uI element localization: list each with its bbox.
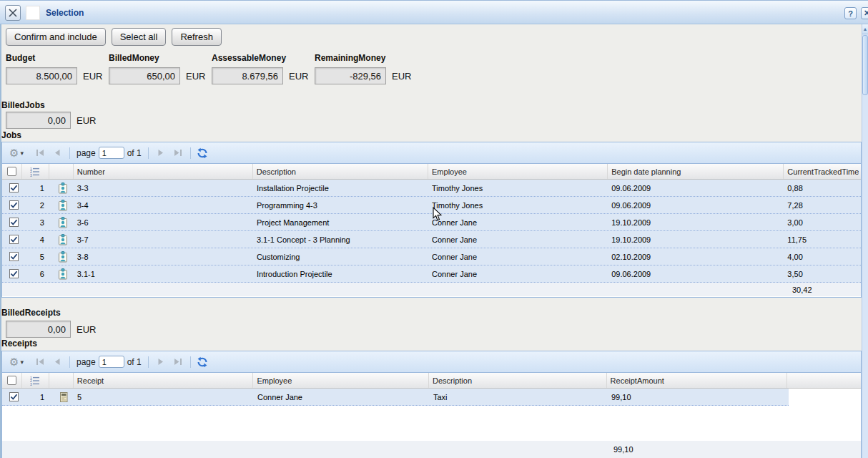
edge-close-button[interactable]: ✕ [861,7,868,19]
receipts-page-input[interactable] [99,356,124,368]
job-type-icon-cell [49,197,74,213]
billed-receipts-field [6,321,71,338]
column-header-begin-date[interactable]: Begin date planning [608,164,784,179]
column-header-employee[interactable]: Employee [253,373,429,388]
refresh-button[interactable]: Refresh [172,28,222,46]
job-type-icon-cell [49,248,74,265]
last-page-icon [174,149,182,157]
row-checkbox[interactable] [2,214,22,230]
table-row[interactable]: 43-73.1-1 Concept - 3 PlanningConner Jan… [2,231,861,248]
column-header-description[interactable]: Description [429,373,607,388]
employee-badge-icon [57,234,69,245]
grid-refresh-button[interactable] [194,354,210,370]
job-number: 3-6 [74,214,253,230]
scrollbar-thumb[interactable] [862,35,868,95]
employee-badge-icon [57,268,69,280]
select-all-button[interactable]: Select all [112,28,167,46]
table-row[interactable]: 53-8CustomizingConner Jane02.10.20094,00 [2,248,861,265]
last-page-button[interactable] [169,355,187,369]
budget-field [6,67,77,84]
chevron-down-icon: ▾ [20,150,24,157]
job-description: Project Management [253,214,428,230]
jobs-page-input[interactable] [99,147,124,159]
row-number-column-header[interactable]: 123 [22,164,49,179]
table-row[interactable]: 63.1-1Introduction ProjectileConner Jane… [2,265,861,283]
row-checkbox[interactable] [2,389,22,405]
column-header-number[interactable]: Number [74,164,253,179]
prev-page-button[interactable] [49,355,66,369]
first-page-icon [36,149,44,157]
row-checkbox[interactable] [2,231,22,248]
job-tracked-time: 11,75 [784,231,861,248]
table-row[interactable]: 23-4Programming 4-3Timothy Jones09.06.20… [2,197,861,214]
job-employee: Timothy Jones [428,197,608,213]
last-page-icon [174,358,182,366]
job-description: Installation Projectile [253,180,428,196]
currency-label: EUR [186,71,205,82]
receipt-description: Taxi [430,389,608,405]
prev-page-button[interactable] [49,146,66,160]
scroll-up-icon: ▲ [863,26,868,31]
row-checkbox[interactable] [2,248,22,265]
icon-column-header[interactable] [49,164,74,179]
receipts-grid-header: 123 Receipt Employee Description Receipt… [2,373,861,389]
column-header-receipt-amount[interactable]: ReceiptAmount [607,373,788,388]
jobs-grid-body: 13-3Installation ProjectileTimothy Jones… [2,180,861,283]
job-employee: Conner Jane [428,265,608,282]
currency-label: EUR [83,71,102,82]
chevron-down-icon: ▾ [20,359,24,366]
employee-badge-icon [57,251,69,263]
icon-column-header[interactable] [49,373,74,388]
column-header-receipt[interactable]: Receipt [74,373,254,388]
scroll-up-button[interactable]: ▲ [862,24,868,34]
job-tracked-time: 3,50 [784,265,861,282]
gear-icon: ⚙ [9,147,19,158]
confirm-and-include-button[interactable]: Confirm and include [6,28,106,46]
close-button[interactable] [5,5,21,21]
job-employee: Conner Jane [428,214,608,230]
employee-badge-icon [57,200,69,211]
job-employee: Conner Jane [428,248,608,265]
checked-checkbox-icon [9,392,19,401]
row-checkbox[interactable] [2,197,22,213]
table-row[interactable]: 15Conner JaneTaxi99,10 [2,389,861,406]
job-description: 3.1-1 Concept - 3 Planning [253,231,428,248]
job-begin-date: 19.10.2009 [608,231,784,248]
jobs-grid-header: 123 Number Description Employee Begin da… [2,164,861,180]
remaining-money-label: RemainingMoney [315,53,385,63]
receipts-section-label: Receipts [1,338,37,349]
table-row[interactable]: 13-3Installation ProjectileTimothy Jones… [2,180,861,197]
column-header-tracked-time[interactable]: CurrentTrackedTime [784,164,861,179]
last-page-button[interactable] [169,146,187,160]
checked-checkbox-icon [9,200,19,210]
receipts-total-value: 99,10 [613,445,633,454]
next-page-button[interactable] [152,146,169,160]
numbered-list-icon: 123 [30,167,40,177]
job-description: Introduction Projectile [253,265,428,282]
table-row[interactable]: 33-6Project ManagementConner Jane19.10.2… [2,214,861,231]
svg-text:3: 3 [30,172,32,177]
row-checkbox[interactable] [2,180,22,196]
job-tracked-time: 3,00 [784,214,861,230]
next-page-button[interactable] [152,355,169,369]
receipts-total-row: 99,10 [2,441,861,458]
row-checkbox[interactable] [2,265,22,282]
grid-refresh-button[interactable] [194,145,210,161]
column-header-employee[interactable]: Employee [428,164,608,179]
vertical-scrollbar[interactable]: ▲ [862,24,868,458]
first-page-button[interactable] [31,146,49,160]
billed-jobs-label: BilledJobs [1,100,45,110]
help-button[interactable]: ? [844,7,857,19]
billed-money-label: BilledMoney [109,53,159,63]
select-all-checkbox[interactable] [2,373,22,388]
page-label: page [77,148,96,158]
row-number-column-header[interactable]: 123 [22,373,49,388]
select-all-checkbox[interactable] [2,164,22,179]
checkbox-icon [7,167,16,176]
gear-menu-button[interactable]: ⚙ ▾ [7,145,26,161]
column-header-description[interactable]: Description [253,164,428,179]
gear-menu-button[interactable]: ⚙ ▾ [7,354,26,370]
employee-badge-icon [57,182,69,194]
first-page-button[interactable] [31,355,49,369]
currency-label: EUR [392,71,411,82]
